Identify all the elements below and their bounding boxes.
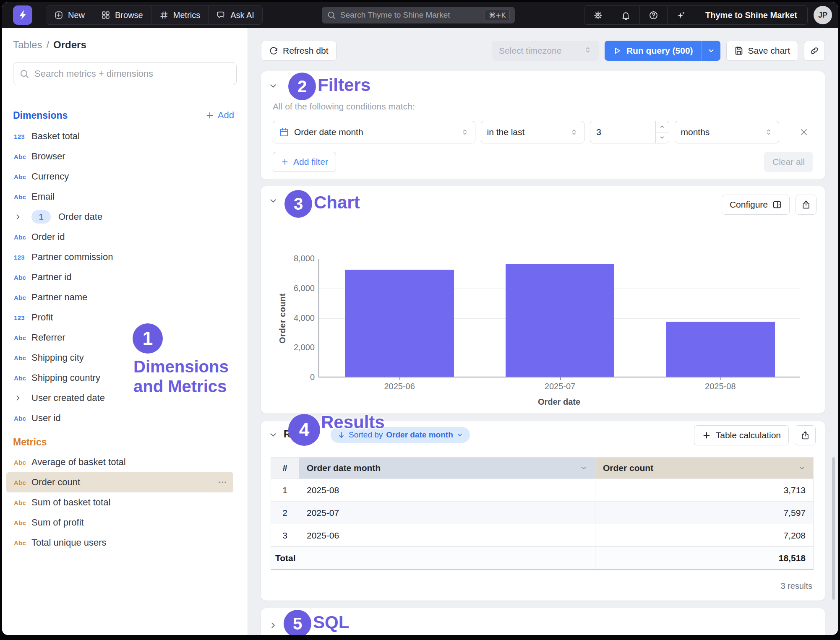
metric-item-average-of-basket-total[interactable]: AbcAverage of basket total xyxy=(6,452,233,472)
nav-icon-group: Thyme to Shine Market xyxy=(584,5,808,25)
dimension-item-order-date[interactable]: 1Order date xyxy=(6,207,233,227)
sparkles-button[interactable] xyxy=(668,6,695,24)
add-dimension-button[interactable]: Add xyxy=(203,109,237,121)
field-label: Order id xyxy=(31,232,65,242)
dimension-item-partner-commission[interactable]: 123Partner commission xyxy=(6,247,233,267)
export-results-button[interactable] xyxy=(795,425,816,445)
table-header-row: # Order date month Order count xyxy=(271,458,813,479)
cell-order-date-month: 2025-07 xyxy=(299,502,595,524)
annotation-1-label: Dimensions and Metrics xyxy=(133,357,243,396)
export-icon xyxy=(801,200,811,209)
chevron-updown-icon xyxy=(584,46,592,56)
field-label: Basket total xyxy=(31,131,80,142)
metric-item-sum-of-profit[interactable]: AbcSum of profit xyxy=(6,513,233,533)
table-row[interactable]: 32025-067,208 xyxy=(271,524,813,546)
dimension-item-user-id[interactable]: AbcUser id xyxy=(6,408,233,428)
cell-order-date-month: 2025-06 xyxy=(299,524,595,546)
export-icon xyxy=(801,431,810,440)
fields-search-input[interactable]: Search metrics + dimensions xyxy=(13,62,237,85)
nav-label: Browse xyxy=(115,10,143,20)
add-filter-label: Add filter xyxy=(293,157,328,167)
total-value: 18,518 xyxy=(595,547,813,569)
y-tick-label: 4,000 xyxy=(278,313,315,323)
filter-value-input[interactable]: 3 xyxy=(590,121,669,143)
configure-chart-button[interactable]: Configure xyxy=(722,195,790,215)
nav-ask-ai-button[interactable]: Ask AI xyxy=(209,6,262,24)
collapse-chart-chevron-icon[interactable] xyxy=(269,196,278,206)
nav-metrics-button[interactable]: Metrics xyxy=(151,6,209,24)
dimension-item-currency[interactable]: AbcCurrency xyxy=(6,167,233,187)
org-switcher[interactable]: Thyme to Shine Market xyxy=(695,6,807,24)
field-label: Shipping city xyxy=(31,352,84,363)
scrollbar-thumb[interactable] xyxy=(832,457,835,600)
field-label: Partner name xyxy=(31,292,87,303)
avatar[interactable]: JP xyxy=(814,6,832,24)
nav-browse-button[interactable]: Browse xyxy=(93,6,151,24)
chevron-down-icon xyxy=(798,464,806,472)
dimension-item-browser[interactable]: AbcBrowser xyxy=(6,146,233,167)
total-label: Total xyxy=(271,547,299,569)
row-index: 2 xyxy=(271,502,299,524)
collapse-results-chevron-icon[interactable] xyxy=(269,430,278,440)
export-chart-button[interactable] xyxy=(796,195,817,215)
run-query-button[interactable]: Run query (500) xyxy=(605,41,702,61)
chevron-updown-icon xyxy=(461,128,469,136)
field-label: Shipping country xyxy=(31,372,100,383)
text-type-icon: Abc xyxy=(14,294,31,301)
filter-unit-select[interactable]: months xyxy=(675,121,780,143)
metric-item-order-count[interactable]: AbcOrder count xyxy=(6,472,233,492)
breadcrumb-tables[interactable]: Tables xyxy=(13,39,42,51)
bar-2025-07[interactable] xyxy=(506,264,615,377)
timezone-select[interactable]: Select timezone xyxy=(492,41,599,61)
help-button[interactable] xyxy=(640,6,668,24)
chart-actions: Configure xyxy=(722,195,817,215)
global-search-input[interactable]: Search Thyme to Shine Market ⌘+K xyxy=(322,7,515,23)
column-header-order-count[interactable]: Order count xyxy=(595,458,813,479)
collapse-filters-chevron-icon[interactable] xyxy=(269,81,278,91)
dimension-item-profit[interactable]: 123Profit xyxy=(6,307,233,328)
dimension-item-email[interactable]: AbcEmail xyxy=(6,187,233,207)
breadcrumb: Tables / Orders xyxy=(13,39,237,51)
gear-button[interactable] xyxy=(584,6,612,24)
more-options-icon[interactable] xyxy=(217,477,227,487)
share-link-button[interactable] xyxy=(804,41,825,61)
dimension-item-order-id[interactable]: AbcOrder id xyxy=(6,227,233,247)
text-type-icon: Abc xyxy=(14,375,31,382)
save-chart-button[interactable]: Save chart xyxy=(726,41,798,61)
bar-2025-06[interactable] xyxy=(345,270,454,377)
column-header-order-date-month[interactable]: Order date month xyxy=(299,458,595,479)
dimension-item-basket-total[interactable]: 123Basket total xyxy=(6,126,233,146)
dimension-item-partner-name[interactable]: AbcPartner name xyxy=(6,287,233,307)
bar-2025-08[interactable] xyxy=(666,322,775,377)
filter-operator-select[interactable]: in the last xyxy=(481,121,585,143)
refresh-dbt-button[interactable]: Refresh dbt xyxy=(261,41,337,61)
run-query-options-button[interactable] xyxy=(702,41,720,61)
table-row[interactable]: 22025-077,597 xyxy=(271,501,813,524)
search-icon xyxy=(19,69,29,79)
annotation-5-label: SQL xyxy=(313,612,349,632)
app-root: NewBrowseMetricsAsk AI Search Thyme to S… xyxy=(0,0,840,640)
stepper-down-button[interactable] xyxy=(656,133,669,143)
filter-field-select[interactable]: Order date month xyxy=(273,121,475,143)
y-tick-label: 2,000 xyxy=(278,343,315,352)
nav-new-button[interactable]: New xyxy=(46,6,93,24)
dimension-item-partner-id[interactable]: AbcPartner id xyxy=(6,267,233,287)
metric-item-sum-of-basket-total[interactable]: AbcSum of basket total xyxy=(6,492,233,513)
table-calculation-button[interactable]: Table calculation xyxy=(694,425,789,445)
bell-button[interactable] xyxy=(612,6,640,24)
stepper-up-button[interactable] xyxy=(656,121,669,133)
table-total-row: Total 18,518 xyxy=(271,546,813,569)
remove-filter-button[interactable] xyxy=(795,123,813,141)
y-tick-label: 8,000 xyxy=(278,254,315,263)
table-row[interactable]: 12025-083,713 xyxy=(271,479,813,501)
chevron-right-icon[interactable] xyxy=(14,394,31,402)
clear-all-button[interactable]: Clear all xyxy=(764,152,813,172)
dimension-item-referrer[interactable]: AbcReferrer xyxy=(6,328,233,348)
metric-item-total-unique-users[interactable]: AbcTotal unique users xyxy=(6,533,233,553)
add-filter-button[interactable]: Add filter xyxy=(273,152,336,172)
sort-field: Order date month xyxy=(386,430,453,440)
chevron-right-icon[interactable] xyxy=(14,213,31,221)
expand-sql-chevron-icon[interactable] xyxy=(269,621,278,630)
app-logo-icon[interactable] xyxy=(13,5,32,25)
row-index: 1 xyxy=(271,479,299,501)
